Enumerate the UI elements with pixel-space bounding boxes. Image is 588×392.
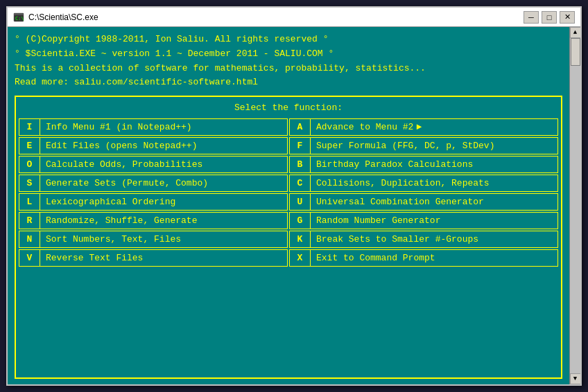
menu-key-u[interactable]: U — [290, 194, 311, 210]
menu-key-o[interactable]: O — [19, 157, 40, 172]
header-line-3: This is a collection of software for mat… — [15, 62, 562, 76]
menu-key-b[interactable]: B — [290, 157, 311, 172]
header-text: ° (C)Copyright 1988-2011, Ion Saliu. All… — [15, 33, 562, 90]
arrow-right-icon: ► — [416, 122, 422, 132]
menu-key-l[interactable]: L — [19, 194, 40, 210]
menu-row-left-o[interactable]: O Calculate Odds, Probabilities — [19, 156, 288, 173]
menu-key-g[interactable]: G — [290, 213, 311, 229]
menu-title: Select the function: — [19, 100, 558, 116]
menu-key-n[interactable]: N — [19, 231, 40, 247]
menu-label-u[interactable]: Universal Combination Generator — [311, 194, 557, 210]
menu-row-left-s[interactable]: S Generate Sets (Permute, Combo) — [19, 175, 288, 192]
menu-key-i[interactable]: I — [19, 119, 40, 135]
menu-row-right-k[interactable]: K Break Sets to Smaller #-Groups — [289, 231, 558, 248]
minimize-button[interactable]: ─ — [524, 11, 539, 24]
header-line-4: Read more: saliu.com/scientific-software… — [15, 75, 562, 90]
menu-key-v[interactable]: V — [19, 250, 40, 266]
menu-label-k[interactable]: Break Sets to Smaller #-Groups — [311, 231, 557, 247]
svg-text:C:\: C:\ — [15, 16, 24, 21]
menu-label-f[interactable]: Super Formula (FFG, DC, p, StDev) — [311, 138, 557, 154]
window-controls: ─ □ ✕ — [524, 11, 575, 24]
close-button[interactable]: ✕ — [560, 11, 575, 24]
menu-row-left-e[interactable]: E Edit Files (opens Notepad++) — [19, 137, 288, 154]
menu-grid: I Info Menu #1 (in Notepad++) A Advance … — [19, 118, 558, 267]
menu-label-x[interactable]: Exit to Command Prompt — [311, 250, 557, 266]
menu-row-right-b[interactable]: B Birthday Paradox Calculations — [289, 156, 558, 173]
menu-row-right-g[interactable]: G Random Number Generator — [289, 212, 558, 229]
menu-row-right-u[interactable]: U Universal Combination Generator — [289, 193, 558, 211]
menu-row-right-f[interactable]: F Super Formula (FFG, DC, p, StDev) — [289, 137, 558, 154]
maximize-button[interactable]: □ — [542, 11, 557, 24]
menu-label-n[interactable]: Sort Numbers, Text, Files — [40, 231, 287, 247]
scrollable-area: ° (C)Copyright 1988-2011, Ion Saliu. All… — [8, 27, 580, 384]
menu-box: Select the function: I Info Menu #1 (in … — [15, 96, 562, 379]
menu-label-r[interactable]: Randomize, Shuffle, Generate — [40, 213, 287, 229]
svg-rect-1 — [14, 13, 24, 15]
menu-label-v[interactable]: Reverse Text Files — [40, 250, 287, 266]
menu-row-right-x[interactable]: X Exit to Command Prompt — [289, 249, 558, 267]
menu-label-c[interactable]: Collisions, Duplication, Repeats — [311, 175, 557, 191]
menu-key-r[interactable]: R — [19, 213, 40, 229]
menu-key-f[interactable]: F — [290, 138, 311, 154]
menu-key-x[interactable]: X — [290, 250, 311, 266]
window-title: C:\Scientia\SC.exe — [28, 12, 524, 22]
menu-row-left-v[interactable]: V Reverse Text Files — [19, 249, 288, 267]
menu-row-left-n[interactable]: N Sort Numbers, Text, Files — [19, 231, 288, 248]
scrollbar-track — [570, 38, 580, 373]
menu-label-e[interactable]: Edit Files (opens Notepad++) — [40, 138, 287, 154]
title-bar: C:\ C:\Scientia\SC.exe ─ □ ✕ — [8, 8, 580, 27]
scrollbar-thumb[interactable] — [571, 38, 580, 66]
menu-key-e[interactable]: E — [19, 138, 40, 154]
content-area: ° (C)Copyright 1988-2011, Ion Saliu. All… — [8, 27, 569, 384]
scrollbar-down[interactable]: ▼ — [570, 373, 581, 384]
menu-row-left-r[interactable]: R Randomize, Shuffle, Generate — [19, 212, 288, 229]
menu-label-a[interactable]: Advance to Menu #2 ► — [311, 119, 557, 135]
window-icon: C:\ — [13, 12, 24, 23]
scrollbar-up[interactable]: ▲ — [570, 27, 581, 38]
menu-row-right-a[interactable]: A Advance to Menu #2 ► — [289, 118, 558, 136]
menu-key-a[interactable]: A — [290, 119, 311, 135]
menu-label-b[interactable]: Birthday Paradox Calculations — [311, 157, 557, 172]
menu-label-l[interactable]: Lexicographical Ordering — [40, 194, 287, 210]
menu-row-right-c[interactable]: C Collisions, Duplication, Repeats — [289, 175, 558, 192]
header-line-2: ° $Scientia.EXE ~ version 1.1 ~ December… — [15, 47, 562, 62]
scrollbar: ▲ ▼ — [569, 27, 580, 384]
menu-key-c[interactable]: C — [290, 175, 311, 191]
menu-label-s[interactable]: Generate Sets (Permute, Combo) — [40, 175, 287, 191]
menu-label-o[interactable]: Calculate Odds, Probabilities — [40, 157, 287, 172]
menu-label-i[interactable]: Info Menu #1 (in Notepad++) — [40, 119, 287, 135]
menu-key-s[interactable]: S — [19, 175, 40, 191]
menu-row-left-l[interactable]: L Lexicographical Ordering — [19, 193, 288, 211]
menu-row-left-i[interactable]: I Info Menu #1 (in Notepad++) — [19, 118, 288, 136]
menu-key-k[interactable]: K — [290, 231, 311, 247]
main-window: C:\ C:\Scientia\SC.exe ─ □ ✕ ° (C)Copyri… — [6, 6, 582, 386]
menu-label-g[interactable]: Random Number Generator — [311, 213, 557, 229]
header-line-1: ° (C)Copyright 1988-2011, Ion Saliu. All… — [15, 33, 562, 47]
